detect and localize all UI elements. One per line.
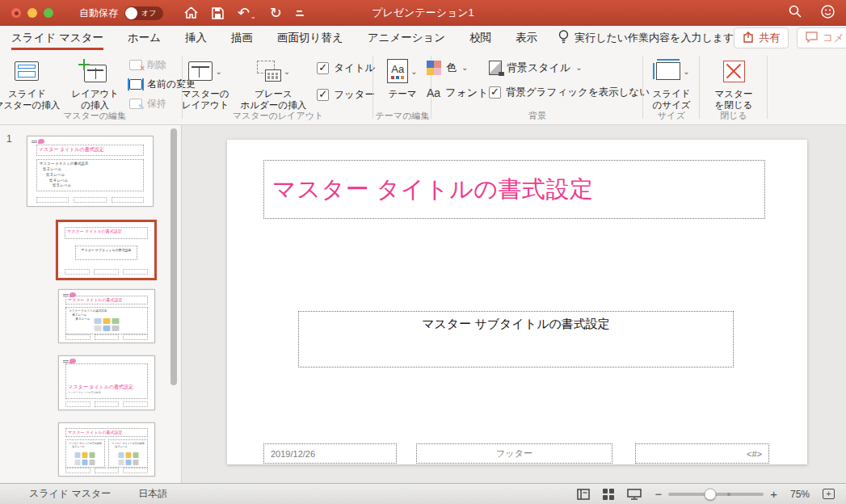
fonts-icon: Aa	[427, 86, 440, 99]
fonts-button[interactable]: Aa フォント⌄	[412, 86, 489, 100]
comment-bubble-icon	[806, 32, 818, 45]
fit-slide-to-window-icon[interactable]	[823, 489, 835, 499]
ribbon-tabbar: スライド マスター ホーム 挿入 描画 画面切り替え アニメーション 校閲 表示…	[0, 26, 846, 50]
slide-sorter-view-icon[interactable]	[603, 489, 614, 500]
date-placeholder-text: 2019/12/26	[271, 449, 315, 459]
group-size: ⌄ スライドのサイズ サイズ	[643, 50, 700, 124]
thumbnail-two-content-layout[interactable]: マスター タイトルの書式設定 マスター テキストの書式設定 第 2 レベル マス…	[58, 422, 155, 477]
background-styles-icon	[489, 61, 502, 75]
save-icon[interactable]	[212, 7, 224, 19]
tab-slide-master[interactable]: スライド マスター	[11, 26, 103, 50]
home-icon[interactable]	[184, 6, 198, 19]
slide-size-button[interactable]: ⌄ スライドのサイズ	[646, 57, 696, 111]
zoom-slider[interactable]	[668, 493, 764, 496]
autosave-label: 自動保存	[79, 6, 118, 20]
undo-chevron-icon[interactable]: ⌄	[250, 13, 256, 20]
autosave-toggle-knob	[125, 7, 137, 19]
more-commands-icon[interactable]	[296, 10, 304, 16]
footer-placeholder-text: フッター	[496, 447, 532, 460]
group-label-close: 閉じる	[700, 110, 768, 122]
insert-placeholder-button[interactable]: ⌄ プレースホルダーの挿入	[235, 57, 313, 111]
close-window-button[interactable]	[11, 8, 21, 18]
insert-placeholder-icon	[257, 61, 281, 82]
insert-slide-master-icon	[15, 61, 39, 81]
comments-button[interactable]: コメント	[797, 27, 846, 48]
tell-me-box[interactable]: 実行したい作業内容を入力します	[558, 26, 734, 50]
slide-number-label: 1	[6, 133, 12, 145]
autosave-toggle[interactable]: オフ	[124, 6, 163, 20]
tab-home[interactable]: ホーム	[128, 26, 161, 50]
share-icon	[743, 32, 754, 45]
statusbar-view-label[interactable]: スライド マスター	[29, 487, 111, 501]
hide-background-graphics-checkbox[interactable]: 背景グラフィックを表示しない	[489, 86, 663, 99]
thumbnail-content-layout[interactable]: マスター タイトルの書式設定 マスター テキストの書式設定 第 2 レベル 第 …	[58, 289, 155, 343]
thumbnail-panel: 1 マスター タイトルの書式設定 マスター テキストの書式設定 第 2 レベル …	[0, 125, 182, 483]
group-label-size: サイズ	[643, 110, 700, 122]
thumb-two-content-bullets-left: マスター テキストの書式設定 第 2 レベル	[66, 440, 103, 448]
close-master-button[interactable]: マスターを閉じる	[709, 57, 759, 111]
share-label: 共有	[759, 31, 780, 45]
title-placeholder-text: マスター タイトルの書式設定	[272, 174, 594, 206]
search-icon[interactable]	[789, 5, 802, 21]
footer-checkbox-box[interactable]	[317, 89, 329, 101]
zoom-window-button[interactable]	[44, 8, 53, 18]
zoom-slider-knob[interactable]	[705, 488, 717, 500]
undo-button[interactable]: ↶ ⌄	[238, 6, 256, 20]
minimize-window-button[interactable]	[27, 8, 37, 18]
ribbon: スライドマスターの挿入 レイアウトの挿入 × 削除 名前の変更 ✎ 保持	[0, 50, 846, 125]
zoom-out-button[interactable]: −	[654, 487, 662, 501]
group-label-master-layout: マスターのレイアウト	[183, 110, 373, 122]
tab-draw[interactable]: 描画	[231, 26, 253, 50]
group-edit-master: スライドマスターの挿入 レイアウトの挿入 × 削除 名前の変更 ✎ 保持	[6, 50, 183, 124]
slideshow-view-icon[interactable]	[627, 489, 642, 500]
footer-checkbox[interactable]: フッター	[317, 88, 375, 102]
tab-view[interactable]: 表示	[516, 26, 537, 50]
title-checkbox-box[interactable]	[317, 62, 329, 74]
background-styles-button[interactable]: 背景スタイル⌄	[489, 61, 663, 75]
thumb-content-layout-title: マスター タイトルの書式設定	[66, 296, 146, 302]
insert-slide-master-button[interactable]: スライドマスターの挿入	[0, 57, 65, 111]
share-button[interactable]: 共有	[734, 27, 789, 48]
slide-editing-surface[interactable]: マスター タイトルの書式設定 マスター サブタイトルの書式設定 2019/12/…	[227, 140, 807, 464]
comments-label: コメント	[823, 31, 846, 45]
group-background: 色⌄ 背景スタイル⌄ Aa フォント⌄ 背景グラフィックを表示しない 背景	[431, 50, 643, 124]
group-close: マスターを閉じる 閉じる	[700, 50, 768, 124]
thumb-master-title: マスター タイトルの書式設定	[37, 145, 143, 153]
tab-animations[interactable]: アニメーション	[368, 26, 445, 50]
tab-insert[interactable]: 挿入	[185, 26, 207, 50]
lightbulb-icon	[558, 30, 569, 46]
subtitle-placeholder[interactable]: マスター サブタイトルの書式設定	[298, 311, 734, 368]
colors-button[interactable]: 色⌄	[412, 61, 489, 75]
tab-transitions[interactable]: 画面切り替え	[277, 26, 343, 50]
slide-number-placeholder[interactable]: <#>	[635, 443, 769, 464]
date-placeholder[interactable]: 2019/12/26	[263, 443, 397, 464]
thumb-title-layout-subtitle: マスター サブタイトルの書式設定	[76, 246, 136, 252]
colors-icon	[427, 61, 441, 75]
footer-placeholder[interactable]: フッター	[416, 443, 612, 464]
normal-view-icon[interactable]	[577, 489, 590, 500]
undo-icon: ↶	[238, 6, 250, 20]
title-checkbox[interactable]: タイトル	[317, 61, 375, 75]
thumb-master-bullets: マスター テキストの書式設定 第 2 レベル 第 3 レベル 第 4 レベル 第…	[37, 160, 143, 189]
title-placeholder[interactable]: マスター タイトルの書式設定	[263, 160, 765, 219]
thumbnail-title-layout[interactable]: マスター タイトルの書式設定 マスター サブタイトルの書式設定	[56, 220, 157, 280]
slide-size-icon	[656, 62, 680, 80]
thumb-section-layout-subtext: マスター テキストの書式設定	[68, 391, 100, 394]
redo-icon[interactable]: ↻	[270, 6, 282, 20]
content-placeholder-icons	[94, 318, 119, 331]
master-layout-icon	[188, 61, 213, 81]
thumbnail-scrollbar[interactable]	[170, 128, 177, 385]
statusbar-language[interactable]: 日本語	[138, 487, 167, 501]
thumbnail-section-layout[interactable]: マスター タイトルの書式設定 マスター テキストの書式設定	[58, 355, 155, 410]
tab-review[interactable]: 校閲	[469, 26, 491, 50]
insert-layout-button[interactable]: レイアウトの挿入	[65, 57, 124, 111]
thumb-two-content-title: マスター タイトルの書式設定	[66, 429, 146, 435]
zoom-percentage[interactable]: 75%	[790, 489, 810, 500]
feedback-smiley-icon[interactable]	[821, 5, 835, 22]
thumbnail-slide-master[interactable]: マスター タイトルの書式設定 マスター テキストの書式設定 第 2 レベル 第 …	[27, 136, 154, 207]
master-layout-button[interactable]: ⌄ マスターのレイアウト	[176, 57, 235, 111]
zoom-in-button[interactable]: +	[770, 487, 777, 501]
hide-background-graphics-box[interactable]	[489, 86, 501, 99]
theme-icon: Aa	[387, 59, 408, 83]
slide-number-placeholder-text: <#>	[747, 449, 762, 459]
